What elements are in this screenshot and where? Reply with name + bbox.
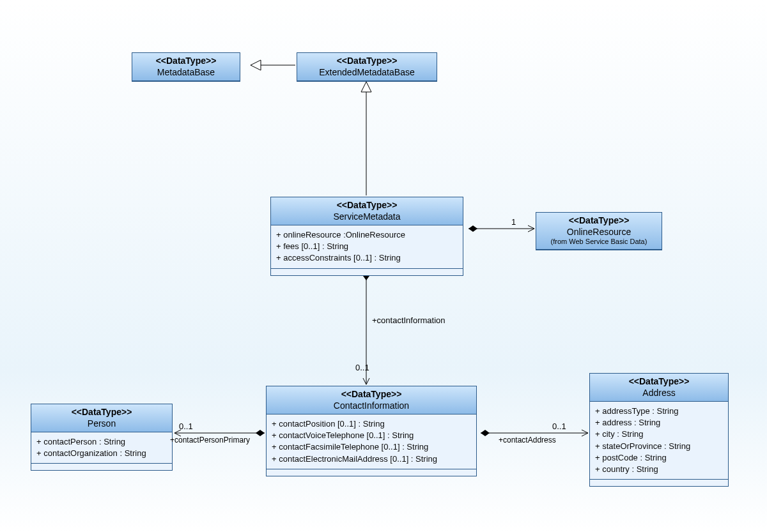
class-address: <<DataType>> Address + addressType : Str… <box>589 373 729 487</box>
class-attributes: + contactPosition [0..1] : String + cont… <box>267 414 476 469</box>
class-header: <<DataType>> Person <box>31 404 172 432</box>
class-header: <<DataType>> ServiceMetadata <box>271 197 463 225</box>
class-operations <box>31 464 172 470</box>
class-operations <box>271 269 463 275</box>
class-header: <<DataType>> Address <box>590 374 728 402</box>
mult-address: 0..1 <box>552 422 566 431</box>
class-attributes: + contactPerson : String + contactOrgani… <box>31 432 172 464</box>
attr: + contactElectronicMailAddress [0..1] : … <box>272 453 471 465</box>
class-operations <box>267 469 476 476</box>
attr: + contactFacsimileTelephone [0..1] : Str… <box>272 441 471 453</box>
class-extendedmetadatabase: <<DataType>> ExtendedMetadataBase <box>297 52 437 82</box>
class-name: ServiceMetadata <box>275 211 459 223</box>
class-note: (from Web Service Basic Data) <box>540 238 658 247</box>
class-name: MetadataBase <box>136 67 236 79</box>
class-attributes: + addressType : String + address : Strin… <box>590 402 728 480</box>
attr: + stateOrProvince : String <box>595 441 723 452</box>
role-address: +contactAddress <box>499 436 556 445</box>
class-name: Address <box>594 388 724 399</box>
class-contactinformation: <<DataType>> ContactInformation + contac… <box>266 386 477 476</box>
class-header: <<DataType>> OnlineResource (from Web Se… <box>536 213 662 250</box>
mult-contactinfo: 0..1 <box>355 363 369 372</box>
role-contactinfo: +contactInformation <box>372 315 445 325</box>
class-person: <<DataType>> Person + contactPerson : St… <box>31 404 173 471</box>
class-metadatabase: <<DataType>> MetadataBase <box>132 52 240 82</box>
stereotype-label: <<DataType>> <box>540 215 658 227</box>
attr: + address : String <box>595 417 723 429</box>
class-header: <<DataType>> ExtendedMetadataBase <box>297 53 437 81</box>
stereotype-label: <<DataType>> <box>301 56 433 67</box>
class-name: ExtendedMetadataBase <box>301 67 433 79</box>
class-onlineresource: <<DataType>> OnlineResource (from Web Se… <box>536 212 662 250</box>
class-servicemetadata: <<DataType>> ServiceMetadata + onlineRes… <box>270 197 463 276</box>
class-name: OnlineResource <box>540 227 658 238</box>
class-header: <<DataType>> MetadataBase <box>132 53 240 81</box>
attr: + contactPosition [0..1] : String <box>272 418 471 430</box>
attr: + contactOrganization : String <box>36 448 167 459</box>
class-name: Person <box>35 418 168 430</box>
attr: + contactVoiceTelephone [0..1] : String <box>272 430 471 441</box>
attr: + country : String <box>595 464 723 475</box>
class-header: <<DataType>> ContactInformation <box>267 386 476 414</box>
attr: + accessConstraints [0..1] : String <box>276 252 458 264</box>
attr: + city : String <box>595 429 723 440</box>
stereotype-label: <<DataType>> <box>275 200 459 211</box>
class-attributes: + onlineResource :OnlineResource + fees … <box>271 225 463 269</box>
class-operations <box>590 480 728 486</box>
stereotype-label: <<DataType>> <box>270 389 472 400</box>
attr: + contactPerson : String <box>36 436 167 448</box>
mult-person: 0..1 <box>179 422 193 431</box>
attr: + addressType : String <box>595 406 723 417</box>
attr: + fees [0..1] : String <box>276 241 458 252</box>
mult-online: 1 <box>511 217 516 227</box>
role-person: +contactPersonPrimary <box>170 436 250 445</box>
stereotype-label: <<DataType>> <box>594 376 724 388</box>
class-name: ContactInformation <box>270 400 472 412</box>
attr: + onlineResource :OnlineResource <box>276 229 458 241</box>
stereotype-label: <<DataType>> <box>136 56 236 67</box>
attr: + postCode : String <box>595 452 723 464</box>
stereotype-label: <<DataType>> <box>35 407 168 418</box>
